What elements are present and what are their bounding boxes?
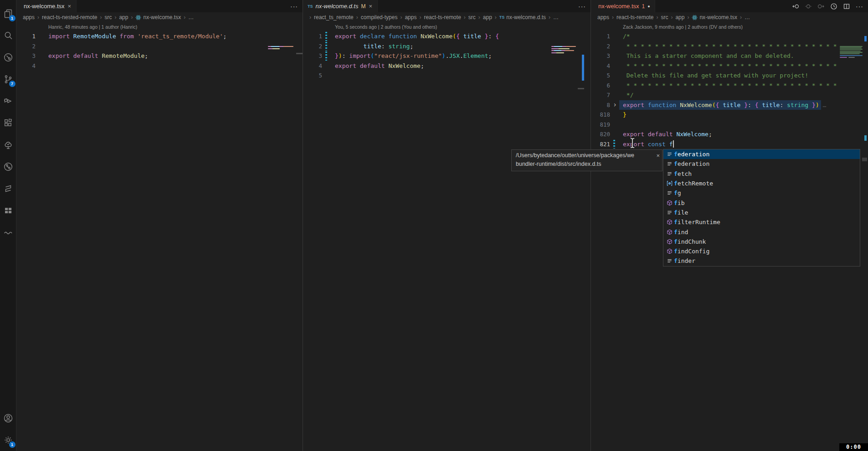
- code-line[interactable]: [619, 120, 628, 130]
- minimap[interactable]: [840, 46, 863, 47]
- activity-item-source-control[interactable]: 7: [0, 68, 16, 90]
- code-line[interactable]: [45, 61, 54, 71]
- breadcrumb-item[interactable]: app: [675, 14, 684, 20]
- codelens-blame[interactable]: Hanric, 48 minutes ago | 1 author (Hanri…: [16, 22, 303, 31]
- minimap[interactable]: [840, 52, 863, 53]
- activity-item-testing-tree[interactable]: [0, 134, 16, 156]
- breadcrumb-item[interactable]: apps: [597, 14, 609, 20]
- minimap[interactable]: [551, 52, 564, 53]
- suggest-item-findConfig[interactable]: findConfig: [663, 246, 860, 256]
- tab-nx-welcome.tsx[interactable]: nx-welcome.tsx×: [16, 0, 77, 12]
- activity-item-grid[interactable]: [0, 200, 16, 221]
- breadcrumb-item[interactable]: …: [553, 14, 559, 20]
- code-line[interactable]: [45, 41, 54, 51]
- breadcrumb-item[interactable]: app: [483, 14, 492, 20]
- activity-item-extensions[interactable]: [0, 112, 16, 134]
- activity-item-settings[interactable]: 1: [0, 429, 16, 451]
- minimap[interactable]: [848, 57, 855, 58]
- minimap[interactable]: [551, 46, 576, 47]
- suggest-item-finder[interactable]: finder: [663, 256, 860, 266]
- minimap[interactable]: [268, 48, 280, 49]
- code-line[interactable]: */: [619, 90, 635, 100]
- next-change-icon[interactable]: [817, 3, 825, 10]
- previous-change-icon[interactable]: [792, 3, 799, 10]
- minimap[interactable]: [551, 50, 574, 51]
- activity-item-gitlens[interactable]: [0, 46, 16, 68]
- breadcrumb-item[interactable]: apps: [23, 14, 35, 20]
- breadcrumb-item[interactable]: src: [661, 14, 668, 20]
- code-line[interactable]: title: string;: [331, 41, 415, 51]
- minimap[interactable]: [840, 55, 863, 56]
- suggest-item-find[interactable]: find: [663, 227, 860, 236]
- minimap[interactable]: [268, 46, 293, 47]
- tab-nx-welcome.d.ts[interactable]: TSnx-welcome.d.tsM×: [303, 0, 378, 12]
- activity-item-git-graph[interactable]: [0, 156, 16, 178]
- breadcrumb-item[interactable]: nx-welcome.tsx: [692, 14, 737, 20]
- minimap[interactable]: [840, 47, 862, 48]
- more-actions-icon[interactable]: ···: [856, 4, 863, 9]
- activity-item-explorer[interactable]: 1: [0, 3, 16, 25]
- activity-item-run-debug[interactable]: [0, 90, 16, 112]
- breadcrumb-item[interactable]: nx-welcome.tsx: [135, 14, 181, 20]
- code-editor[interactable]: You, 5 seconds ago | 2 authors (You and …: [303, 22, 591, 451]
- dirty-dot-icon[interactable]: ●: [647, 4, 650, 9]
- breadcrumb-item[interactable]: …: [745, 14, 750, 20]
- code-line[interactable]: export declare function NxWelcome({ titl…: [331, 31, 501, 41]
- minimap-slider[interactable]: [296, 53, 303, 54]
- breadcrumb-item[interactable]: src: [468, 14, 476, 20]
- code-line[interactable]: export default NxWelcome;: [331, 61, 426, 71]
- minimap[interactable]: [840, 51, 861, 51]
- minimap[interactable]: [551, 48, 570, 49]
- activity-item-search[interactable]: [0, 25, 16, 46]
- code-line[interactable]: }: [619, 110, 628, 120]
- breadcrumb-item[interactable]: compiled-types: [361, 14, 398, 20]
- breadcrumb-item[interactable]: react-ts-remote: [424, 14, 461, 20]
- breadcrumb-item[interactable]: app: [119, 14, 128, 20]
- code-line[interactable]: /*: [619, 31, 632, 41]
- code-line[interactable]: }): import("react/jsx-runtime").JSX.Elem…: [331, 51, 493, 61]
- scrollbar-slider[interactable]: [862, 158, 867, 161]
- suggest-item-fetch[interactable]: fetch: [663, 169, 860, 179]
- suggest-item-federation[interactable]: federation: [663, 159, 860, 169]
- tab-nx-welcome.tsx[interactable]: nx-welcome.tsx1●: [591, 0, 655, 12]
- code-line[interactable]: * * * * * * * * * * * * * * * * * * * * …: [619, 81, 839, 91]
- more-actions-icon[interactable]: ···: [578, 4, 586, 9]
- suggest-item-file[interactable]: file: [663, 208, 860, 217]
- code-line[interactable]: import RemoteModule from 'react_ts_remot…: [45, 31, 228, 41]
- code-line[interactable]: This is a starter component and can be d…: [619, 51, 796, 61]
- breadcrumb-item[interactable]: react-ts-nested-remote: [42, 14, 97, 20]
- breadcrumb-item[interactable]: …: [188, 14, 194, 20]
- activity-item-nx-console[interactable]: [0, 178, 16, 200]
- fold-chevron-icon[interactable]: ›: [610, 101, 617, 109]
- split-editor-icon[interactable]: [843, 3, 850, 10]
- suggest-item-findChunk[interactable]: findChunk: [663, 237, 860, 246]
- tab-close-icon[interactable]: ×: [67, 3, 72, 10]
- code-line[interactable]: export const f: [619, 139, 676, 149]
- breadcrumb-item[interactable]: TSnx-welcome.d.ts: [499, 14, 546, 20]
- breadcrumb-item[interactable]: src: [104, 14, 112, 20]
- code-line[interactable]: * * * * * * * * * * * * * * * * * * * * …: [619, 41, 839, 51]
- open-timeline-icon[interactable]: [830, 3, 837, 10]
- code-line[interactable]: [331, 71, 340, 81]
- folded-region-ellipsis[interactable]: …: [823, 100, 827, 110]
- tooltip-close-icon[interactable]: ×: [656, 151, 660, 160]
- suggest-item-fetchRemote[interactable]: fetchRemote: [663, 179, 860, 188]
- tab-close-icon[interactable]: ×: [368, 3, 373, 10]
- suggest-item-filterRuntime[interactable]: filterRuntime: [663, 217, 860, 227]
- code-line[interactable]: export default RemoteModule;: [45, 51, 150, 61]
- codelens-blame[interactable]: You, 5 seconds ago | 2 authors (You and …: [303, 22, 591, 31]
- codelens-blame[interactable]: Zack Jackson, 9 months ago | 2 authors (…: [591, 22, 868, 31]
- code-editor[interactable]: Hanric, 48 minutes ago | 1 author (Hanri…: [16, 22, 303, 451]
- minimap[interactable]: [840, 57, 847, 58]
- code-line[interactable]: export function NxWelcome({ title }: { t…: [619, 100, 821, 110]
- more-actions-icon[interactable]: ···: [290, 4, 298, 9]
- code-line[interactable]: Delete this file and get started with yo…: [619, 71, 810, 81]
- suggest-item-federation[interactable]: federation: [663, 149, 860, 159]
- breadcrumb-item[interactable]: react-ts-remote: [616, 14, 653, 20]
- breadcrumb-item[interactable]: apps: [405, 14, 416, 20]
- suggest-item-fg[interactable]: fg: [663, 188, 860, 198]
- activity-item-accounts[interactable]: [0, 407, 16, 429]
- suggest-item-fib[interactable]: fib: [663, 198, 860, 207]
- code-line[interactable]: * * * * * * * * * * * * * * * * * * * * …: [619, 61, 839, 71]
- current-change-icon[interactable]: [805, 3, 812, 10]
